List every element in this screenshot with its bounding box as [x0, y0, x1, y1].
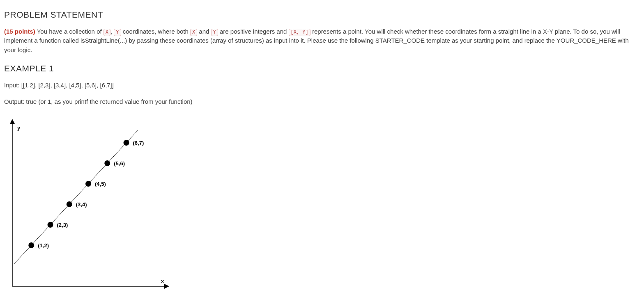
data-point-label: (5,6): [114, 160, 125, 167]
data-point: [85, 181, 91, 187]
problem-statement-heading: PROBLEM STATEMENT: [4, 8, 640, 21]
token-y: Y: [114, 29, 121, 36]
data-point-label: (3,4): [76, 201, 87, 208]
example1-heading: EXAMPLE 1: [4, 62, 640, 75]
example1-input: Input: [[1,2], [2,3], [3,4], [4,5], [5,6…: [4, 81, 640, 90]
data-point: [104, 160, 110, 166]
problem-text-seg3: coordinates, where both: [121, 28, 190, 35]
problem-paragraph: (15 points) You have a collection of X, …: [4, 27, 640, 55]
scatter-plot: (1,2)(2,3)(3,4)(4,5)(5,6)(6,7)xy: [4, 118, 181, 294]
points-label: (15 points): [4, 28, 35, 35]
problem-text-seg4: and: [197, 28, 211, 35]
data-point: [124, 140, 129, 146]
data-point-label: (1,2): [38, 242, 49, 249]
x-axis-label: x: [161, 278, 164, 284]
token-x2: X: [190, 29, 197, 36]
data-point: [28, 242, 34, 248]
example1-chart: (1,2)(2,3)(3,4)(4,5)(5,6)(6,7)xy: [4, 118, 640, 294]
problem-text-seg5: are positive integers and: [218, 28, 289, 35]
data-point-label: (2,3): [57, 222, 68, 228]
token-y2: Y: [211, 29, 218, 36]
data-point-label: (4,5): [95, 181, 106, 187]
example1-output: Output: true (or 1, as you printf the re…: [4, 97, 640, 107]
y-axis-label: y: [17, 125, 21, 131]
token-xy: [X, Y]: [289, 29, 310, 36]
data-point-label: (6,7): [133, 140, 144, 146]
token-x: X: [104, 29, 110, 36]
data-point: [48, 222, 53, 228]
problem-text-seg1: You have a collection of: [35, 28, 104, 35]
data-point: [67, 201, 72, 207]
